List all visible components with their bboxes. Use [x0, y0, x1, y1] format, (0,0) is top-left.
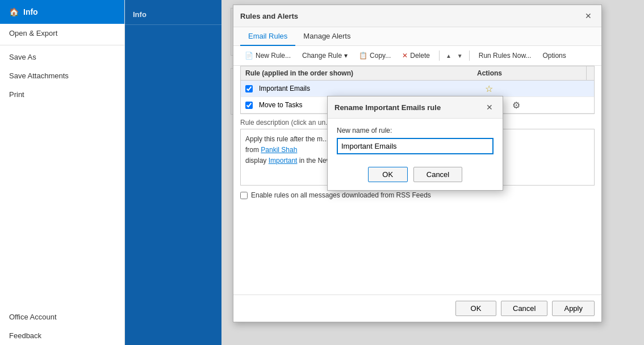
- rules-dialog-titlebar: Rules and Alerts ✕: [233, 5, 601, 27]
- rule-checkbox-2[interactable]: [241, 102, 257, 109]
- change-rule-label: Change Rule: [302, 52, 342, 60]
- rules-and-alerts-dialog: Rules and Alerts ✕ Email Rules Manage Al…: [233, 5, 602, 322]
- run-rules-now-button[interactable]: Run Rules Now...: [474, 49, 536, 62]
- rules-toolbar: 📄 New Rule... Change Rule ▾ 📋 Copy...: [233, 46, 601, 66]
- rule-check-tasks[interactable]: [245, 102, 253, 109]
- new-rule-label: New Rule...: [256, 52, 291, 60]
- rules-ok-button[interactable]: OK: [455, 301, 496, 316]
- sidebar-item-save-as[interactable]: Save As: [0, 48, 124, 66]
- sidebar-item-print[interactable]: Print: [0, 85, 124, 104]
- change-rule-button[interactable]: Change Rule ▾: [298, 49, 352, 62]
- toolbar-separator: [439, 51, 440, 61]
- col-actions-header: Actions: [472, 66, 586, 80]
- sidebar: 🏠 Info Open & Export Save As Save Attach…: [0, 0, 125, 345]
- delete-button[interactable]: ✕ Delete: [398, 49, 434, 62]
- delete-label: Delete: [410, 52, 430, 60]
- rename-cancel-button[interactable]: Cancel: [413, 167, 462, 182]
- save-as-label: Save As: [9, 53, 36, 61]
- rules-dialog-title: Rules and Alerts: [240, 12, 298, 20]
- table-row[interactable]: Important Emails ☆: [241, 81, 594, 97]
- rename-label: New name of rule:: [337, 127, 494, 134]
- move-up-button[interactable]: ▲: [444, 51, 453, 61]
- rule-check-important[interactable]: [245, 85, 253, 92]
- rename-dialog-title: Rename Important Emails rule: [334, 103, 441, 112]
- rss-label: Enable rules on all messages downloaded …: [251, 191, 431, 199]
- office-account-label: Office Account: [9, 313, 57, 321]
- sidebar-item-save-attachments[interactable]: Save Attachments: [0, 66, 124, 85]
- save-attachments-label: Save Attachments: [9, 71, 69, 80]
- rule-actions-important: ☆: [480, 83, 594, 94]
- backstage-content: ✉ pankil... IMAP/S... ⚙ AccountSettings …: [221, 0, 644, 345]
- rule-name-important: Important Emails: [257, 83, 480, 94]
- tab-manage-alerts[interactable]: Manage Alerts: [295, 27, 358, 46]
- toolbar-separator-2: [469, 51, 470, 61]
- sidebar-item-office-account[interactable]: Office Account: [0, 308, 124, 326]
- sidebar-item-feedback[interactable]: Feedback: [0, 326, 124, 345]
- copy-icon: 📋: [359, 52, 367, 60]
- rules-dialog-tabs: Email Rules Manage Alerts: [233, 27, 601, 46]
- rules-apply-button[interactable]: Apply: [552, 301, 595, 316]
- pankil-shah-link[interactable]: Pankil Shah: [261, 146, 297, 154]
- backstage-nav-title: Info: [125, 5, 221, 25]
- rename-dialog-footer: OK Cancel: [328, 162, 503, 190]
- copy-label: Copy...: [370, 52, 391, 60]
- rename-dialog-close-button[interactable]: ✕: [483, 101, 496, 113]
- star-icon: ☆: [485, 83, 493, 94]
- new-rule-button[interactable]: 📄 New Rule...: [240, 49, 295, 62]
- options-button[interactable]: Options: [538, 49, 570, 62]
- rename-dialog-titlebar: Rename Important Emails rule ✕: [328, 96, 503, 119]
- move-down-button[interactable]: ▼: [455, 51, 465, 61]
- sidebar-divider: [0, 45, 124, 45]
- rename-dialog-body: New name of rule:: [328, 119, 503, 162]
- run-rules-label: Run Rules Now...: [479, 52, 532, 60]
- tab-manage-alerts-label: Manage Alerts: [303, 32, 350, 40]
- rename-dialog: Rename Important Emails rule ✕ New name …: [327, 96, 503, 191]
- tab-email-rules[interactable]: Email Rules: [240, 27, 295, 46]
- col-rule-header: Rule (applied in the order shown): [241, 66, 472, 80]
- rule-checkbox-1[interactable]: [241, 85, 257, 92]
- sidebar-title: Info: [23, 7, 38, 16]
- options-label: Options: [542, 52, 566, 60]
- main-area: Info ✉ pankil... IMAP/S... ⚙: [125, 0, 644, 345]
- sidebar-item-open-export[interactable]: Open & Export: [0, 24, 124, 43]
- important-link[interactable]: Important: [269, 157, 298, 165]
- rss-checkbox[interactable]: [240, 192, 248, 199]
- feedback-label: Feedback: [9, 331, 41, 340]
- dialog-overlay: Rules and Alerts ✕ Email Rules Manage Al…: [221, 0, 644, 345]
- settings-icon: ⚙: [512, 100, 520, 111]
- info-icon: 🏠: [9, 7, 19, 16]
- rename-ok-button[interactable]: OK: [368, 167, 408, 182]
- scrollbar-top: [586, 66, 594, 80]
- print-label: Print: [9, 90, 24, 99]
- rules-dialog-footer: OK Cancel Apply: [233, 294, 601, 322]
- delete-icon: ✕: [402, 52, 408, 60]
- change-rule-arrow: ▾: [344, 52, 348, 60]
- rules-dialog-close-button[interactable]: ✕: [582, 10, 595, 22]
- rules-table-header: Rule (applied in the order shown) Action…: [241, 66, 594, 81]
- copy-button[interactable]: 📋 Copy...: [354, 49, 395, 62]
- rename-input[interactable]: [337, 138, 494, 154]
- open-export-label: Open & Export: [9, 29, 57, 37]
- backstage-nav: Info: [125, 0, 221, 345]
- tab-email-rules-label: Email Rules: [248, 32, 287, 40]
- new-rule-icon: 📄: [245, 52, 253, 60]
- sidebar-header: 🏠 Info: [0, 0, 124, 24]
- rules-cancel-button[interactable]: Cancel: [501, 301, 547, 316]
